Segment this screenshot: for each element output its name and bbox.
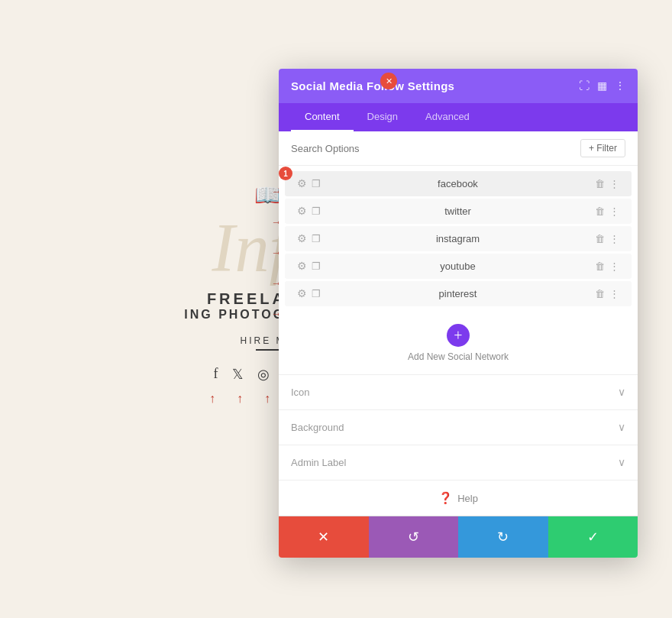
arrow-up-2: ↑ — [233, 392, 247, 406]
copy-icon-youtube[interactable]: ❐ — [312, 260, 321, 273]
trash-icon-instagram[interactable]: 🗑 — [595, 233, 605, 245]
icon-section-label: Icon — [291, 387, 310, 398]
network-item-icons-youtube: ⚙ ❐ — [297, 260, 321, 273]
close-button[interactable]: ✕ — [380, 73, 397, 89]
network-item-icons-instagram: ⚙ ❐ — [297, 232, 321, 245]
network-item-pinterest: ⚙ ❐ pinterest 🗑 ⋮ — [285, 281, 632, 306]
add-network-button[interactable]: + — [447, 324, 470, 347]
network-actions-youtube: 🗑 ⋮ — [595, 260, 619, 273]
network-name-facebook: facebook — [321, 178, 595, 189]
copy-icon-pinterest[interactable]: ❐ — [312, 288, 321, 300]
panel-body: + Filter 1 ⚙ ❐ facebook 🗑 ⋮ ⚙ — [279, 131, 638, 558]
network-actions-facebook: 🗑 ⋮ — [595, 178, 619, 190]
network-actions-pinterest: 🗑 ⋮ — [595, 288, 619, 300]
gear-icon-twitter[interactable]: ⚙ — [297, 205, 307, 218]
help-section: ❓ Help — [279, 480, 638, 516]
network-actions-instagram: 🗑 ⋮ — [595, 233, 619, 245]
trash-icon-facebook[interactable]: 🗑 — [595, 178, 605, 190]
network-name-twitter: twitter — [321, 205, 595, 217]
more-icon-facebook[interactable]: ⋮ — [609, 178, 619, 190]
network-item-instagram: ⚙ ❐ instagram 🗑 ⋮ — [285, 226, 632, 251]
tab-design[interactable]: Design — [354, 103, 412, 131]
chevron-down-icon-2: ∨ — [618, 421, 625, 434]
arrow-up-3: ↑ — [260, 392, 274, 406]
social-icon-twitter[interactable]: 𝕏 — [232, 366, 244, 383]
gear-icon-pinterest[interactable]: ⚙ — [297, 287, 307, 300]
panel-title: Social Media Follow Settings — [291, 79, 454, 92]
tab-content[interactable]: Content — [291, 103, 354, 131]
network-item-youtube: ⚙ ❐ youtube 🗑 ⋮ — [285, 254, 632, 279]
trash-icon-twitter[interactable]: 🗑 — [595, 205, 605, 218]
panel-tabs: Content Design Advanced — [279, 103, 638, 131]
social-icon-instagram[interactable]: ◎ — [257, 366, 270, 383]
more-icon-youtube[interactable]: ⋮ — [609, 260, 619, 273]
network-item-icons-facebook: ⚙ ❐ — [297, 177, 321, 190]
background-section[interactable]: Background ∨ — [279, 409, 638, 445]
network-actions-twitter: 🗑 ⋮ — [595, 205, 619, 218]
help-label: Help — [457, 493, 478, 504]
add-network-label: Add New Social Network — [408, 351, 509, 362]
more-options-icon[interactable]: ⋮ — [615, 79, 625, 92]
gear-icon-youtube[interactable]: ⚙ — [297, 260, 307, 273]
save-button[interactable]: ✓ — [548, 516, 638, 558]
network-item-icons-twitter: ⚙ ❐ — [297, 205, 321, 218]
badge-1: 1 — [279, 167, 292, 180]
fullscreen-icon[interactable]: ⛶ — [579, 80, 590, 92]
trash-icon-youtube[interactable]: 🗑 — [595, 260, 605, 273]
help-icon[interactable]: ❓ — [438, 491, 453, 505]
header-icons: ⛶ ▦ ⋮ — [579, 79, 625, 92]
background-section-label: Background — [291, 422, 344, 433]
undo-button[interactable]: ↺ — [369, 516, 459, 558]
network-name-instagram: instagram — [321, 233, 595, 244]
search-input[interactable] — [291, 143, 580, 154]
network-name-youtube: youtube — [321, 260, 595, 272]
more-icon-pinterest[interactable]: ⋮ — [609, 288, 619, 300]
search-bar: + Filter — [279, 131, 638, 166]
network-list: 1 ⚙ ❐ facebook 🗑 ⋮ ⚙ ❐ twitter — [279, 166, 638, 312]
network-item-twitter: ⚙ ❐ twitter 🗑 ⋮ — [285, 199, 632, 224]
bottom-toolbar: ✕ ↺ ↻ ✓ — [279, 516, 638, 558]
copy-icon-facebook[interactable]: ❐ — [312, 178, 321, 190]
social-icon-facebook[interactable]: f — [214, 366, 218, 383]
chevron-down-icon-3: ∨ — [618, 456, 625, 469]
more-icon-twitter[interactable]: ⋮ — [609, 205, 619, 218]
icon-section[interactable]: Icon ∨ — [279, 374, 638, 409]
copy-icon-twitter[interactable]: ❐ — [312, 205, 321, 218]
network-item-facebook: 1 ⚙ ❐ facebook 🗑 ⋮ — [285, 171, 632, 196]
panel-header: Social Media Follow Settings ⛶ ▦ ⋮ — [279, 69, 638, 103]
gear-icon-instagram[interactable]: ⚙ — [297, 232, 307, 245]
tab-advanced[interactable]: Advanced — [412, 103, 483, 131]
copy-icon-instagram[interactable]: ❐ — [312, 233, 321, 245]
admin-label-section-label: Admin Label — [291, 457, 346, 468]
hire-me-divider — [256, 349, 279, 351]
add-network-section[interactable]: + Add New Social Network — [279, 312, 638, 374]
admin-label-section[interactable]: Admin Label ∨ — [279, 445, 638, 480]
redo-button[interactable]: ↻ — [458, 516, 548, 558]
filter-button[interactable]: + Filter — [580, 139, 625, 157]
chevron-down-icon-1: ∨ — [618, 386, 625, 399]
gear-icon-facebook[interactable]: ⚙ — [297, 177, 307, 190]
network-item-icons-pinterest: ⚙ ❐ — [297, 287, 321, 300]
trash-icon-pinterest[interactable]: 🗑 — [595, 288, 605, 300]
arrow-up-1: ↑ — [205, 392, 219, 406]
cancel-button[interactable]: ✕ — [279, 516, 369, 558]
more-icon-instagram[interactable]: ⋮ — [609, 233, 619, 245]
layout-icon[interactable]: ▦ — [597, 79, 607, 92]
network-name-pinterest: pinterest — [321, 288, 595, 299]
settings-panel: Social Media Follow Settings ⛶ ▦ ⋮ Conte… — [279, 69, 638, 558]
